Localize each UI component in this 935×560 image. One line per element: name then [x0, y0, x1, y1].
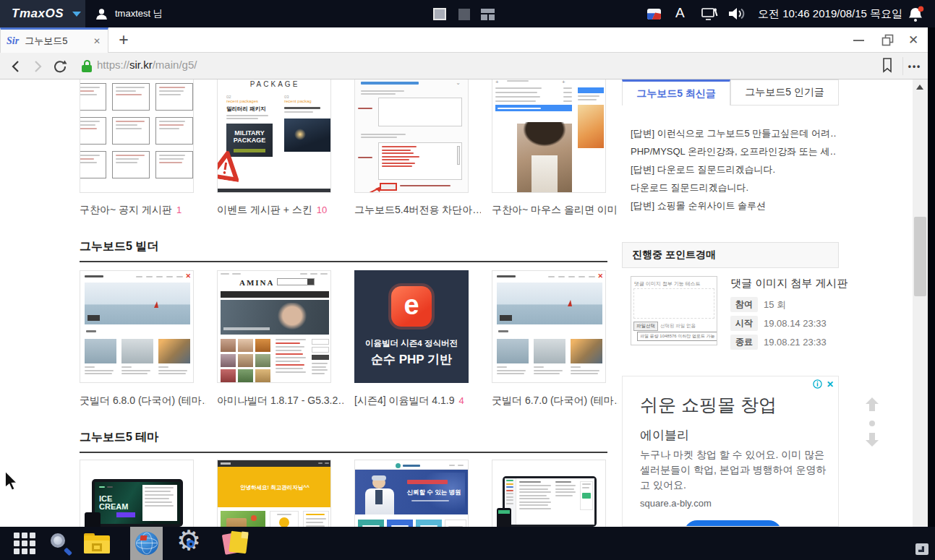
auction-thumbnail[interactable]: 댓글 이미지 첨부 기능 테스트 파일선택 선택된 파일 없음 파일 용량 10…	[631, 276, 717, 345]
browser-scrollbar[interactable]	[913, 79, 928, 527]
card-thumbnail-dashboard-theme[interactable]	[492, 460, 606, 527]
card-thumbnail-amina[interactable]: AMINA	[217, 270, 331, 383]
https-lock-icon[interactable]	[82, 60, 92, 72]
ad-title[interactable]: 쉬운 쇼핑몰 창업	[640, 393, 777, 417]
notifications-icon[interactable]	[907, 6, 924, 23]
app-launcher-button[interactable]	[10, 527, 39, 560]
url-path: /main/g5/	[153, 59, 197, 71]
show-desktop-button[interactable]	[915, 543, 928, 555]
minimize-button[interactable]	[848, 27, 869, 53]
user-menu[interactable]: tmaxtest 님	[95, 0, 163, 27]
scrollbar-thumb[interactable]	[914, 217, 926, 296]
scroll-bottom-icon[interactable]	[863, 431, 881, 448]
latest-posts-list: [답변] 이런식으로 그누보드5 만들고싶은데 어려… PHP/MYSQL 온라…	[631, 124, 837, 215]
card-thumbnail-notice-board[interactable]	[80, 79, 194, 193]
quick-card-3	[416, 520, 442, 527]
ad-body-text: 누구나 마켓 창업 할 수 있어요. 이미 많은 셀러분들이 학업, 본업과 병…	[640, 447, 829, 493]
card-thumbnail-yellow-theme[interactable]: 안녕하세요! 최고관리자님^^	[217, 460, 331, 527]
os-menu-button[interactable]: TmaxOS	[0, 0, 85, 27]
card-thumbnail-eyoom[interactable]: e 이윰빌더 시즌4 정식버전 순수 PHP 기반	[354, 270, 469, 383]
korean-ime-icon[interactable]	[647, 9, 661, 20]
post-item[interactable]: PHP/MYSQL 온라인강좌, 오프라인강좌 또는 세…	[631, 142, 837, 160]
bookmark-button[interactable]	[879, 57, 895, 73]
phone-mockup	[497, 508, 511, 527]
card-title[interactable]: 구찬아~ 공지 게시판1	[80, 204, 206, 217]
tab-close-icon[interactable]: ✕	[92, 36, 102, 46]
window-layout-button[interactable]	[481, 9, 495, 20]
post-item[interactable]: 다운로드 질문드리겠습니다.	[631, 178, 837, 197]
comment-count: 4	[458, 395, 464, 406]
card-thumbnail-package[interactable]: PACKAGE 02 recent packages 밀리터리 패키지 MILI…	[217, 79, 331, 193]
sidebar-tab-latest[interactable]: 그누보드5 최신글	[622, 79, 730, 105]
ad-display-url[interactable]: square.a-bly.com	[640, 498, 712, 509]
file-manager-button[interactable]	[82, 527, 111, 560]
eyoom-app-icon: e	[391, 286, 432, 327]
red-arrow-annotation	[361, 186, 383, 193]
new-tab-button[interactable]: +	[114, 29, 133, 51]
card-title[interactable]: 굿빌더 6.8.0 (다국어) (테마…	[80, 395, 206, 408]
auction-row-start: 시작 19.08.14 23:33	[730, 316, 827, 331]
back-button[interactable]	[7, 59, 23, 74]
restore-icon	[881, 34, 894, 46]
ad-brand[interactable]: 에이블리	[640, 427, 689, 444]
maximize-button[interactable]	[876, 27, 898, 53]
card-thumbnail-hospital-theme[interactable]: 신뢰할 수 있는 병원	[354, 460, 469, 527]
forward-button[interactable]	[30, 59, 46, 74]
volume-icon[interactable]	[728, 7, 747, 21]
ad-close-icon[interactable]: ✕	[827, 379, 834, 389]
hospital-hero: 신뢰할 수 있는 병원	[355, 470, 469, 514]
card-title[interactable]: 이벤트 게시판 + 스킨10	[217, 204, 343, 217]
ad-cta-button[interactable]	[684, 520, 782, 527]
desktop-screen: TmaxOS tmaxtest 님 A 오전 10:46 2019/08/15 …	[0, 0, 935, 560]
browser-menu-button[interactable]: •••	[907, 59, 923, 74]
browser-button-active[interactable]	[130, 527, 163, 560]
icecream-text: ICE CREAM	[99, 495, 137, 511]
scroll-dot-icon[interactable]	[869, 421, 875, 426]
selected-row-highlight	[495, 105, 572, 111]
auction-item-title[interactable]: 댓글 이미지 첨부 게시판	[730, 277, 848, 290]
browser-tab-gnuboard5[interactable]: Sir 그누보드5 ✕	[0, 27, 108, 53]
scrollbar-up-arrow[interactable]	[916, 85, 923, 90]
hospital-logo	[396, 463, 401, 468]
display-icon[interactable]	[701, 8, 719, 21]
scroll-top-icon[interactable]	[863, 396, 881, 413]
intro-photo-1	[85, 339, 116, 363]
settings-button[interactable]: ⚙	[174, 527, 207, 560]
input-mode-icon[interactable]: A	[675, 5, 685, 21]
section-header-builder: 그누보드5 빌더	[80, 239, 607, 262]
settings-heading-bar	[361, 82, 419, 85]
warning-triangle	[217, 149, 243, 182]
sidebar-tab-popular[interactable]: 그누보드5 인기글	[730, 79, 839, 105]
card-thumbnail-icecream-theme[interactable]: ICE CREAM	[80, 460, 194, 527]
card-title[interactable]: 구찬아~ 마우스 올리면 이미…	[492, 204, 618, 217]
notes-button[interactable]	[220, 527, 252, 560]
card-title[interactable]: 그누보드5.4버전용 차단아…	[354, 204, 481, 217]
card-thumbnail-gallery[interactable]: + +	[492, 79, 606, 193]
user-name-label: tmaxtest 님	[115, 7, 163, 20]
address-bar: https://sir.kr/main/g5/ •••	[0, 53, 928, 79]
package-item-title: 밀리터리 패키지	[226, 105, 273, 113]
card-title[interactable]: 아미나빌더 1.8.17 - G5.3.2…	[217, 395, 343, 408]
card-thumbnail-ip-settings[interactable]: ⌄	[354, 79, 469, 193]
post-item[interactable]: [답변] 다운로드 질문드리겠습니다.	[631, 160, 837, 178]
reload-button[interactable]	[52, 59, 68, 74]
url-host: sir.kr	[129, 59, 153, 71]
gear-icon: ⚙	[176, 529, 204, 558]
card-title[interactable]: 굿빌더 6.7.0 (다국어) (테마…	[492, 395, 618, 408]
clock-label[interactable]: 오전 10:46 2019/08/15 목요일	[758, 7, 902, 21]
post-item[interactable]: [답변] 쇼핑몰 순위사이트 솔루션	[631, 197, 837, 215]
search-button[interactable]	[46, 527, 75, 560]
post-item[interactable]: [답변] 이런식으로 그누보드5 만들고싶은데 어려…	[631, 124, 837, 142]
workspace-2-button[interactable]	[458, 9, 470, 20]
search-box	[277, 278, 315, 285]
card-thumbnail-goodbuilder67[interactable]: ✕	[492, 270, 606, 383]
point-auction-panel: 진행중 포인트경매 댓글 이미지 첨부 기능 테스트 파일선택 선택된 파일 없…	[622, 242, 839, 268]
card-thumbnail-goodbuilder68[interactable]: ✕	[80, 270, 194, 383]
close-button[interactable]: ✕	[902, 27, 924, 53]
ad-info-icon[interactable]	[813, 379, 822, 389]
workspace-1-button[interactable]	[433, 8, 446, 20]
intro-photo-1	[497, 339, 529, 363]
ocean-hero-image	[497, 283, 602, 324]
url-field[interactable]: https://sir.kr/main/g5/	[97, 59, 197, 71]
card-title[interactable]: [시즌4] 이윰빌더 4.1.94	[354, 395, 481, 408]
